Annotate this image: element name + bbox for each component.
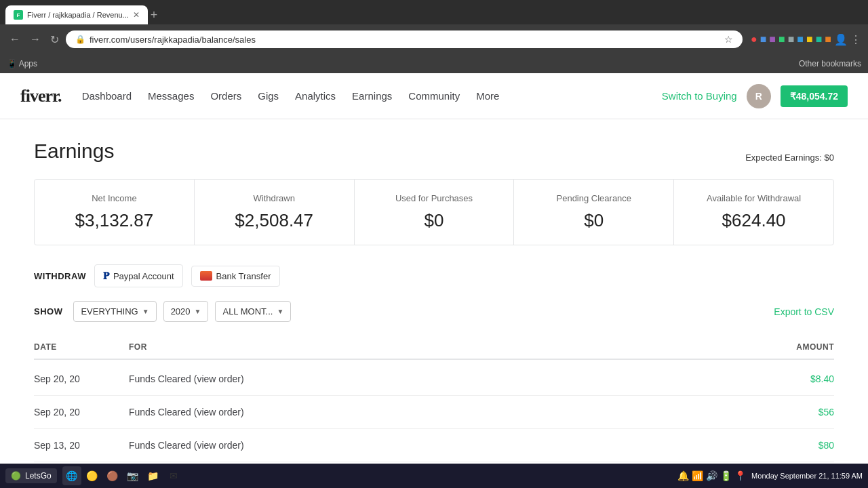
filter-month-dropdown[interactable]: ALL MONT... ▼ — [215, 301, 291, 322]
nav-more[interactable]: More — [476, 90, 499, 102]
filter-year-value: 2020 — [171, 306, 191, 317]
browser-nav-bar: ← → ↻ 🔒 fiverr.com/users/rajkkapadia/bal… — [0, 24, 868, 54]
table-header: DATE FOR AMOUNT — [34, 336, 834, 360]
stat-used-for-purchases-value: $0 — [371, 210, 498, 231]
row-for-2: Funds Cleared (view order) — [129, 407, 753, 418]
balance-button[interactable]: ₹48,054.72 — [781, 85, 848, 107]
dropdown-month-arrow-icon: ▼ — [277, 308, 283, 315]
withdraw-label: WITHDRAW — [34, 271, 86, 281]
row-date-2: Sep 20, 20 — [34, 407, 129, 418]
taskbar-volume-icon[interactable]: 🔊 — [706, 470, 717, 481]
nav-analytics[interactable]: Analytics — [295, 90, 336, 102]
taskbar-right: 🔔 📶 🔊 🔋 📍 Monday September 21, 11:59 AM — [677, 470, 863, 481]
stat-available-withdrawal-label: Available for Withdrawal — [690, 193, 817, 203]
stat-available-withdrawal: Available for Withdrawal $624.40 — [674, 180, 833, 245]
nav-gigs[interactable]: Gigs — [258, 90, 279, 102]
bookmark-star-icon[interactable]: ☆ — [724, 34, 733, 45]
lock-icon: 🔒 — [75, 35, 85, 44]
dropdown-arrow-icon: ▼ — [142, 308, 149, 315]
ext-icon-teal[interactable]: ■ — [816, 33, 823, 45]
paypal-label: Paypal Account — [113, 271, 174, 281]
ext-icon-grey[interactable]: ■ — [788, 33, 795, 45]
ext-icon-avatar[interactable]: 👤 — [834, 33, 848, 46]
tab-bar: F Fiverr / rajkkapadia / Revenu... ✕ + — [0, 0, 868, 24]
table-row: Sep 20, 20 Funds Cleared (view order) $5… — [34, 396, 834, 429]
export-csv-button[interactable]: Export to CSV — [774, 306, 834, 317]
expected-earnings-value: $0 — [825, 152, 834, 163]
stat-withdrawn: Withdrawn $2,508.47 — [195, 180, 355, 245]
main-content: Earnings Expected Earnings: $0 Net Incom… — [0, 119, 868, 488]
other-bookmarks[interactable]: Other bookmarks — [799, 59, 861, 68]
bank-label: Bank Transfer — [216, 271, 271, 281]
site-header: fiverr. Dashboard Messages Orders Gigs A… — [0, 73, 868, 119]
stat-pending-clearance: Pending Clearance $0 — [514, 180, 674, 245]
reload-button[interactable]: ↻ — [47, 30, 62, 49]
taskbar-start-button[interactable]: 🟢 LetsGo — [5, 468, 57, 483]
extensions-area: ● ■ ■ ■ ■ ■ ■ ■ ■ 👤 ⋮ — [751, 33, 861, 46]
fiverr-logo[interactable]: fiverr. — [20, 86, 62, 106]
bank-transfer-button[interactable]: Bank Transfer — [191, 266, 280, 287]
ext-icon-red[interactable]: ● — [751, 33, 757, 45]
ext-icon-yellow[interactable]: ■ — [806, 33, 813, 45]
forward-button[interactable]: → — [27, 30, 43, 48]
filter-type-value: EVERYTHING — [81, 306, 138, 317]
apps-bookmark-label: 📱 Apps — [7, 59, 37, 68]
user-avatar[interactable]: R — [747, 84, 771, 108]
col-header-date: DATE — [34, 342, 129, 352]
expected-earnings-label: Expected Earnings: — [745, 152, 822, 163]
taskbar-battery-icon[interactable]: 🔋 — [720, 470, 732, 481]
taskbar-app-chrome[interactable]: 🌐 — [62, 466, 81, 485]
taskbar-app-camera[interactable]: 📷 — [123, 466, 142, 485]
taskbar-app-folder[interactable]: 📁 — [144, 466, 163, 485]
taskbar-start-label: LetsGo — [25, 471, 52, 481]
taskbar-system-icons: 🔔 📶 🔊 🔋 📍 — [677, 470, 746, 481]
header-right: Switch to Buying R ₹48,054.72 — [662, 84, 848, 108]
ext-icon-green[interactable]: ■ — [778, 33, 785, 45]
row-amount-2: $56 — [753, 407, 834, 418]
address-bar[interactable]: 🔒 fiverr.com/users/rajkkapadia/balance/s… — [66, 30, 743, 48]
stat-net-income: Net Income $3,132.87 — [35, 180, 195, 245]
bank-icon — [200, 271, 212, 281]
taskbar-start-icon: 🟢 — [11, 471, 21, 481]
expected-earnings: Expected Earnings: $0 — [745, 152, 834, 163]
show-label: SHOW — [34, 306, 62, 317]
new-tab-button[interactable]: + — [151, 8, 158, 22]
row-date-1: Sep 20, 20 — [34, 373, 129, 384]
row-amount-1: $8.40 — [753, 373, 834, 384]
col-header-amount: AMOUNT — [753, 342, 834, 352]
ext-icon-orange[interactable]: ■ — [825, 33, 831, 45]
taskbar-app-mail[interactable]: ✉ — [164, 466, 183, 485]
ext-icon-blue[interactable]: ■ — [760, 33, 767, 45]
stat-net-income-label: Net Income — [51, 193, 178, 203]
tab-title: Fiverr / rajkkapadia / Revenu... — [27, 11, 129, 19]
nav-messages[interactable]: Messages — [148, 90, 194, 102]
switch-to-buying-button[interactable]: Switch to Buying — [662, 90, 737, 102]
ext-icon-blue2[interactable]: ■ — [797, 33, 804, 45]
ext-icon-purple[interactable]: ■ — [769, 33, 776, 45]
filter-year-dropdown[interactable]: 2020 ▼ — [163, 301, 209, 322]
stat-withdrawn-value: $2,508.47 — [211, 210, 338, 231]
taskbar-location-icon[interactable]: 📍 — [734, 470, 746, 481]
active-tab[interactable]: F Fiverr / rajkkapadia / Revenu... ✕ — [5, 5, 148, 24]
taskbar-network-icon[interactable]: 📶 — [692, 470, 703, 481]
back-button[interactable]: ← — [7, 30, 23, 48]
taskbar-app-yellow[interactable]: 🟡 — [83, 466, 102, 485]
filter-type-dropdown[interactable]: EVERYTHING ▼ — [73, 301, 156, 322]
close-tab-button[interactable]: ✕ — [133, 10, 140, 20]
taskbar-app-files[interactable]: 🟤 — [103, 466, 122, 485]
browser-chrome: F Fiverr / rajkkapadia / Revenu... ✕ + ←… — [0, 0, 868, 73]
apps-bookmark[interactable]: 📱 Apps — [7, 59, 37, 68]
stat-pending-clearance-value: $0 — [530, 210, 657, 231]
nav-community[interactable]: Community — [408, 90, 460, 102]
ext-menu-icon[interactable]: ⋮ — [850, 33, 861, 46]
nav-orders[interactable]: Orders — [210, 90, 241, 102]
stats-row: Net Income $3,132.87 Withdrawn $2,508.47… — [34, 179, 834, 245]
fiverr-site: fiverr. Dashboard Messages Orders Gigs A… — [0, 73, 868, 488]
col-header-for: FOR — [129, 342, 753, 352]
paypal-withdraw-button[interactable]: 𝐏 Paypal Account — [94, 264, 183, 287]
nav-dashboard[interactable]: Dashboard — [82, 90, 132, 102]
nav-earnings[interactable]: Earnings — [352, 90, 392, 102]
paypal-icon: 𝐏 — [103, 270, 109, 282]
taskbar-notification-icon[interactable]: 🔔 — [677, 470, 689, 481]
stat-used-for-purchases-label: Used for Purchases — [371, 193, 498, 203]
